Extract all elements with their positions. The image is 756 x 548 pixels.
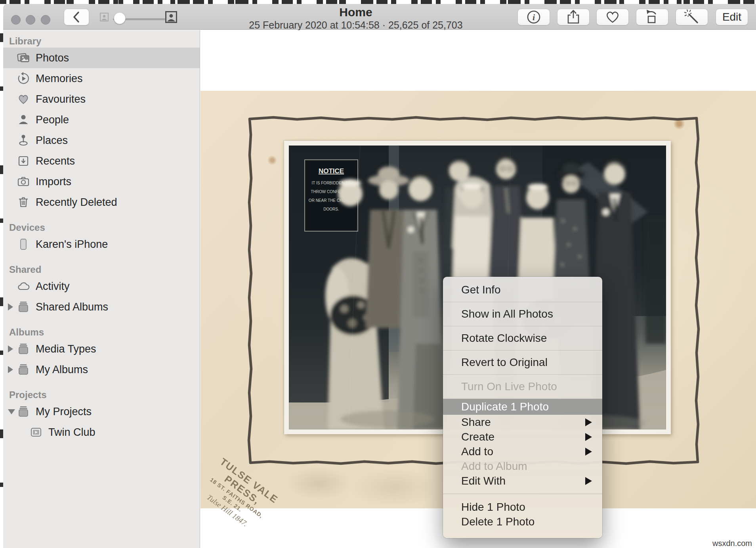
camera-icon xyxy=(17,175,30,188)
sidebar-item-memories[interactable]: Memories xyxy=(3,68,200,89)
sidebar-item-karens-iphone[interactable]: Karen's iPhone xyxy=(3,234,200,255)
page-title: Home xyxy=(201,6,510,19)
svg-text:i: i xyxy=(533,12,535,22)
sidebar-item-label: Photos xyxy=(36,52,69,64)
sidebar: Library Photos Memories xyxy=(3,30,200,548)
sidebar-item-label: Recents xyxy=(36,155,75,167)
disclosure-triangle-collapsed[interactable] xyxy=(8,345,13,353)
sidebar-header-devices: Devices xyxy=(3,220,200,234)
back-button[interactable] xyxy=(64,9,89,25)
trash-icon xyxy=(17,195,30,209)
edit-button[interactable]: Edit xyxy=(716,9,748,25)
sidebar-item-my-albums[interactable]: My Albums xyxy=(3,359,200,380)
sidebar-item-label: Places xyxy=(36,134,68,147)
sidebar-header-projects: Projects xyxy=(3,387,200,401)
album-stack-icon xyxy=(17,363,30,376)
heart-icon xyxy=(604,8,621,26)
photos-app-window: Home 25 February 2020 at 10:54:58 · 25,6… xyxy=(3,4,756,548)
favourite-button[interactable] xyxy=(596,9,629,25)
sidebar-item-media-types[interactable]: Media Types xyxy=(3,339,200,359)
person-icon xyxy=(17,113,30,126)
sidebar-header-library: Library xyxy=(3,33,200,48)
map-pin-icon xyxy=(17,134,30,147)
disclosure-triangle-expanded[interactable] xyxy=(8,409,15,414)
sidebar-header-albums: Albums xyxy=(3,324,200,339)
sidebar-item-imports[interactable]: Imports xyxy=(3,171,200,192)
menu-separator xyxy=(443,494,602,494)
photo-date-and-count: 25 February 2020 at 10:54:58 · 25,625 of… xyxy=(201,19,510,31)
recents-icon xyxy=(17,154,30,168)
menu-item-show-in-all-photos[interactable]: Show in All Photos xyxy=(443,302,602,326)
sidebar-item-label: Recently Deleted xyxy=(36,196,117,209)
info-icon: i xyxy=(525,8,542,26)
zoom-large-thumbnail-icon xyxy=(165,11,177,23)
sidebar-item-label: Favourites xyxy=(36,93,86,105)
album-stack-icon xyxy=(17,342,30,356)
sidebar-item-label: People xyxy=(36,114,69,126)
menu-item-add-to[interactable]: Add to xyxy=(443,444,602,459)
iphone-icon xyxy=(17,238,30,251)
menu-item-hide-1-photo[interactable]: Hide 1 Photo xyxy=(443,500,602,514)
share-icon xyxy=(565,8,582,26)
sidebar-item-label: Karen's iPhone xyxy=(36,238,108,251)
sidebar-item-twin-club[interactable]: Twin Club xyxy=(3,422,200,443)
rotate-icon xyxy=(643,8,661,26)
menu-item-create[interactable]: Create xyxy=(443,429,602,444)
sidebar-item-label: Activity xyxy=(36,280,70,293)
auto-enhance-button[interactable] xyxy=(676,9,708,25)
menu-item-get-info[interactable]: Get Info xyxy=(443,278,602,302)
sidebar-item-label: Shared Albums xyxy=(36,301,108,313)
sidebar-item-favourites[interactable]: Favourites xyxy=(3,89,200,109)
sidebar-item-recents[interactable]: Recents xyxy=(3,151,200,171)
context-menu: Get Info Show in All Photos Rotate Clock… xyxy=(443,277,602,538)
watermark: wsxdn.com xyxy=(712,539,752,548)
album-stack-icon xyxy=(17,405,30,418)
disclosure-triangle-collapsed[interactable] xyxy=(8,366,13,373)
toolbar: Home 25 February 2020 at 10:54:58 · 25,6… xyxy=(3,4,756,30)
sidebar-item-label: Twin Club xyxy=(48,426,95,439)
disclosure-triangle-collapsed[interactable] xyxy=(8,303,13,310)
zoom-small-thumbnail-icon xyxy=(100,13,109,21)
sidebar-item-activity[interactable]: Activity xyxy=(3,276,200,297)
menu-item-revert-to-original[interactable]: Revert to Original xyxy=(443,351,602,375)
window-close-button[interactable] xyxy=(11,15,21,25)
photos-icon xyxy=(17,51,30,65)
heart-icon xyxy=(17,92,30,106)
sidebar-header-shared: Shared xyxy=(3,262,200,276)
magic-wand-icon xyxy=(683,8,701,26)
sidebar-item-label: Memories xyxy=(36,73,83,85)
menu-item-edit-with[interactable]: Edit With xyxy=(443,473,602,488)
clipped-background-headline xyxy=(0,0,756,4)
zoom-slider-knob[interactable] xyxy=(114,12,126,24)
sidebar-item-my-projects[interactable]: My Projects xyxy=(3,401,200,422)
sidebar-item-label: My Projects xyxy=(36,406,92,418)
share-button[interactable] xyxy=(557,9,590,25)
menu-item-duplicate-1-photo[interactable]: Duplicate 1 Photo xyxy=(443,399,602,415)
sidebar-item-photos[interactable]: Photos xyxy=(3,48,200,68)
sidebar-item-label: Media Types xyxy=(36,343,96,355)
sidebar-item-people[interactable]: People xyxy=(3,109,200,130)
info-button[interactable]: i xyxy=(517,9,550,25)
menu-item-turn-on-live-photo[interactable]: Turn On Live Photo xyxy=(443,375,602,399)
sidebar-item-shared-albums[interactable]: Shared Albums xyxy=(3,297,200,317)
rotate-button[interactable] xyxy=(636,9,668,25)
clipped-background-left-strip xyxy=(0,4,3,548)
sidebar-item-places[interactable]: Places xyxy=(3,130,200,151)
menu-item-add-to-album[interactable]: Add to Album xyxy=(443,459,602,473)
sidebar-item-recently-deleted[interactable]: Recently Deleted xyxy=(3,192,200,213)
chevron-left-icon xyxy=(72,11,81,23)
window-zoom-button[interactable] xyxy=(41,15,50,25)
memories-icon xyxy=(17,72,30,85)
cloud-icon xyxy=(17,280,30,293)
titlebar: Home 25 February 2020 at 10:54:58 · 25,6… xyxy=(201,6,510,31)
screen: Home 25 February 2020 at 10:54:58 · 25,6… xyxy=(0,0,756,548)
notice-sign-title: NOTICE xyxy=(319,167,344,175)
menu-item-rotate-clockwise[interactable]: Rotate Clockwise xyxy=(443,326,602,351)
slideshow-icon xyxy=(29,425,43,439)
album-stack-icon xyxy=(17,300,30,314)
menu-item-delete-1-photo[interactable]: Delete 1 Photo xyxy=(443,514,602,529)
svg-text:DOORS.: DOORS. xyxy=(323,207,339,211)
menu-item-share[interactable]: Share xyxy=(443,415,602,429)
window-minimize-button[interactable] xyxy=(26,15,35,25)
sidebar-item-label: Imports xyxy=(36,176,71,188)
